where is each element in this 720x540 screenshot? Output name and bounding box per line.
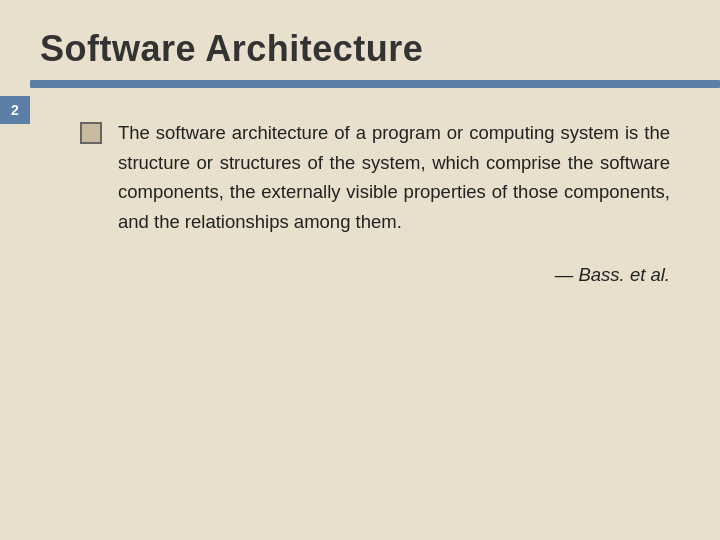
bullet-icon bbox=[80, 122, 102, 144]
title-area: Software Architecture bbox=[0, 0, 720, 80]
content-area: The software architecture of a program o… bbox=[0, 88, 720, 256]
accent-bar bbox=[30, 80, 720, 88]
slide-number: 2 bbox=[0, 96, 30, 124]
slide-container: Software Architecture 2 The software arc… bbox=[0, 0, 720, 540]
citation: — Bass. et al. bbox=[0, 264, 720, 286]
slide-title: Software Architecture bbox=[40, 28, 680, 70]
content-text: The software architecture of a program o… bbox=[118, 118, 670, 236]
